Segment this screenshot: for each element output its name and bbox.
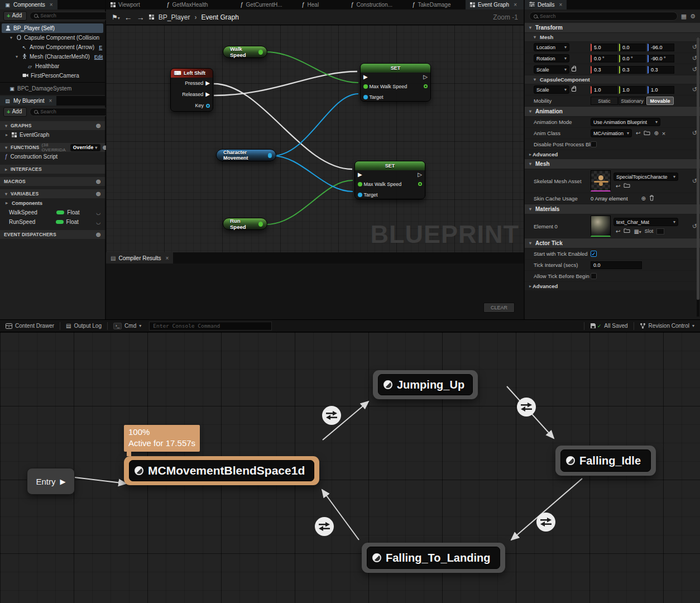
clear-button[interactable]: CLEAR bbox=[483, 303, 515, 313]
eye-closed-icon[interactable]: ◡ bbox=[96, 210, 100, 216]
my-blueprint-search[interactable] bbox=[30, 108, 110, 116]
skeletal-mesh-thumbnail[interactable] bbox=[591, 170, 611, 192]
add-component-button[interactable]: + Add bbox=[3, 11, 27, 21]
exec-output-pin[interactable]: ▷ bbox=[418, 172, 422, 178]
disable-post-process-checkbox[interactable] bbox=[591, 141, 597, 147]
clear-icon[interactable]: × bbox=[662, 130, 665, 137]
tab-compiler-results[interactable]: ▤ Compiler Results × bbox=[106, 252, 173, 264]
console-command-input[interactable] bbox=[153, 323, 268, 329]
mobility-movable-option[interactable]: Movable bbox=[646, 97, 674, 105]
tree-item-mesh[interactable]: ▾ Mesh (CharacterMesh0) Edit bbox=[0, 52, 105, 61]
gear-icon[interactable]: ⚙ bbox=[690, 13, 696, 20]
tab-heal[interactable]: ƒ Heal bbox=[297, 0, 346, 9]
revision-control-dropdown[interactable]: Revision Control ▾ bbox=[634, 320, 700, 332]
components-group-row[interactable]: ▸ Components bbox=[0, 198, 105, 208]
scale-y-field[interactable]: 0.3 bbox=[619, 66, 646, 74]
close-icon[interactable]: × bbox=[166, 255, 169, 261]
material-dropdown[interactable]: text_Char_Mat ▾ bbox=[613, 218, 678, 226]
slot-field[interactable] bbox=[656, 228, 664, 234]
node-walk-speed-get[interactable]: Walk Speed bbox=[223, 46, 267, 58]
lock-icon[interactable] bbox=[572, 68, 576, 71]
forward-arrow-icon[interactable]: → bbox=[137, 13, 145, 22]
location-y-field[interactable]: 0.0 bbox=[619, 44, 646, 51]
use-selected-icon[interactable]: ↩ bbox=[636, 130, 640, 136]
mobility-stationary-option[interactable]: Stationary bbox=[619, 97, 646, 105]
exec-input-pin[interactable]: ▶ bbox=[363, 74, 368, 80]
my-blueprint-search-input[interactable] bbox=[40, 109, 106, 114]
tab-components[interactable]: ▣ Components × bbox=[0, 0, 57, 9]
bookmark-icon[interactable]: ⚑▾ bbox=[112, 13, 120, 21]
float-output-pin[interactable] bbox=[258, 50, 263, 55]
construction-script-row[interactable]: ƒ Construction Script bbox=[0, 152, 105, 161]
tree-item-capsule[interactable]: ▾ Capsule Component (Collision bbox=[0, 33, 105, 42]
browse-asset-icon[interactable] bbox=[644, 130, 650, 137]
tab-takedamage[interactable]: ƒ TakeDamage bbox=[407, 0, 466, 9]
tree-item-damagesystem[interactable]: ▣ BPC_DamageSystem bbox=[0, 84, 105, 93]
start-tick-checkbox[interactable]: ✓ bbox=[591, 251, 597, 257]
scale-x-field[interactable]: 0.3 bbox=[591, 66, 617, 74]
expander-icon[interactable]: ▾ bbox=[9, 35, 13, 40]
variable-row-walkspeed[interactable]: WalkSpeed Float ◡ bbox=[0, 208, 105, 217]
close-icon[interactable]: × bbox=[514, 2, 517, 8]
allow-tick-checkbox[interactable] bbox=[591, 273, 597, 279]
exec-output-pin[interactable]: ▷ bbox=[423, 74, 428, 80]
eventgraph-row[interactable]: ▸ EventGraph bbox=[0, 130, 105, 140]
event-dispatchers-section-header[interactable]: EVENT DISPATCHERS ⊕ bbox=[0, 230, 105, 239]
components-search[interactable] bbox=[30, 12, 110, 20]
node-character-movement-get[interactable]: Character Movement bbox=[216, 149, 276, 161]
exec-output-pin[interactable]: ▶ bbox=[205, 92, 210, 97]
target-input-pin[interactable] bbox=[363, 95, 368, 99]
macros-section-header[interactable]: MACROS ⊕ bbox=[0, 177, 105, 186]
object-output-pin[interactable] bbox=[268, 153, 272, 158]
output-log-button[interactable]: ▤ Output Log bbox=[60, 320, 107, 332]
close-icon[interactable]: × bbox=[50, 2, 53, 8]
tree-item-arrow[interactable]: ↖ Arrow Component (Arrow) E bbox=[0, 42, 105, 52]
interfaces-section-header[interactable]: ▸ INTERFACES bbox=[0, 165, 105, 174]
node-set-max-walk-speed-1[interactable]: SET ▶ ▷ Max Walk Speed Target bbox=[360, 63, 431, 102]
back-arrow-icon[interactable]: ← bbox=[124, 13, 132, 22]
add-element-icon[interactable]: ⊕ bbox=[641, 195, 646, 202]
tab-details[interactable]: Details × bbox=[525, 0, 567, 9]
rotation-dropdown[interactable]: Rotation▾ bbox=[534, 54, 569, 63]
location-dropdown[interactable]: Location▾ bbox=[534, 43, 569, 51]
override-dropdown[interactable]: Override ▾ bbox=[70, 144, 100, 151]
tab-construction[interactable]: ƒ Construction... bbox=[346, 0, 407, 9]
rotation-x-field[interactable]: 0.0 ° bbox=[591, 55, 617, 63]
state-node-falling-to-landing[interactable]: Falling_To_Landing bbox=[362, 543, 505, 573]
scale-dropdown[interactable]: Scale▾ bbox=[534, 65, 569, 74]
capsule-scale-z-field[interactable]: 1.0 bbox=[648, 86, 674, 94]
transform-section-header[interactable]: ▾ Transform bbox=[525, 23, 700, 32]
add-blueprint-item-button[interactable]: + Add bbox=[3, 107, 27, 117]
mesh-section-header[interactable]: ▾ Mesh bbox=[525, 159, 700, 169]
capsule-scale-y-field[interactable]: 1.0 bbox=[619, 86, 646, 94]
use-selected-icon[interactable]: ↩ bbox=[616, 183, 620, 189]
mesh-subsection-header[interactable]: ▾ Mesh bbox=[525, 33, 700, 41]
lock-icon[interactable] bbox=[572, 88, 576, 92]
graphs-section-header[interactable]: ▾ GRAPHS ⊕ bbox=[0, 121, 105, 130]
eye-closed-icon[interactable]: ◡ bbox=[96, 219, 100, 225]
rotation-y-field[interactable]: 0.0 ° bbox=[619, 55, 646, 63]
add-variable-icon[interactable]: ⊕ bbox=[96, 190, 101, 198]
node-run-speed-get[interactable]: Run Speed bbox=[223, 218, 267, 230]
expander-icon[interactable]: ▸ bbox=[4, 132, 9, 137]
location-z-field[interactable]: -96.0 bbox=[648, 44, 674, 51]
variable-row-runspeed[interactable]: RunSpeed Float ◡ bbox=[0, 217, 105, 227]
materials-section-header[interactable]: ▾ Materials bbox=[525, 204, 700, 214]
texture-options-icon[interactable]: ▦▾ bbox=[634, 228, 641, 234]
capsule-scale-x-field[interactable]: 1.0 bbox=[591, 86, 617, 94]
functions-section-header[interactable]: ▾ FUNCTIONS (38 OVERRIDA Override ▾ ⊕ bbox=[0, 143, 105, 152]
tab-my-blueprint[interactable]: ▤ My Blueprint × bbox=[0, 96, 56, 106]
tab-viewport[interactable]: Viewport bbox=[106, 0, 162, 9]
browse-asset-icon[interactable] bbox=[624, 183, 630, 189]
location-x-field[interactable]: 5.0 bbox=[591, 44, 617, 51]
actor-tick-section-header[interactable]: ▾ Actor Tick bbox=[525, 238, 700, 248]
tab-getcurrenthealth[interactable]: ƒ GetCurrentH... bbox=[236, 0, 297, 9]
skeletal-mesh-dropdown[interactable]: SpecialTopicsCharacte ▾ bbox=[613, 173, 678, 181]
float-output-pin[interactable] bbox=[418, 182, 422, 186]
content-drawer-button[interactable]: Content Drawer bbox=[0, 320, 60, 332]
animation-advanced-row[interactable]: ▸ Advanced bbox=[525, 150, 700, 159]
add-event-dispatcher-icon[interactable]: ⊕ bbox=[96, 231, 101, 238]
material-thumbnail[interactable] bbox=[591, 216, 611, 237]
float-output-pin[interactable] bbox=[258, 222, 263, 227]
exec-output-pin[interactable]: ▶ bbox=[205, 80, 210, 86]
